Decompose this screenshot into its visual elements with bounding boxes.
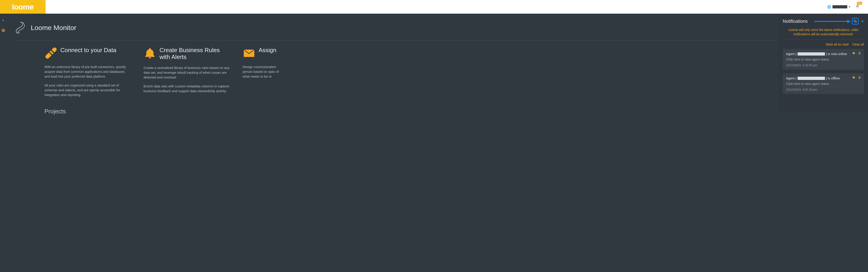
topbar: loome 🌐 55 — [0, 0, 868, 14]
notification-subtext: Click here to view agent status — [786, 82, 861, 86]
notification-settings-button[interactable] — [852, 18, 859, 25]
notifications-title: Notifications — [783, 19, 808, 24]
rail-add-button[interactable] — [2, 29, 5, 32]
notification-item[interactable]: Agent ( ) is offline Click here to view … — [783, 73, 864, 94]
unread-dot-icon — [853, 76, 855, 78]
agent-name-redacted — [798, 53, 825, 56]
notification-item[interactable]: Agent ( ) is now online Click here to vi… — [783, 49, 864, 70]
notification-time: 22/12/2023, 4:15:50 pm — [786, 64, 861, 67]
card-title: Create Business Rules with Alerts — [159, 47, 230, 61]
monitor-logo-icon — [15, 22, 25, 34]
close-notifications-button[interactable]: ✕ — [861, 19, 864, 24]
card-title: Assign — [258, 47, 276, 54]
projects-heading: Projects — [15, 108, 859, 115]
card-connect-data: Connect to your Data With an extensive l… — [44, 47, 131, 102]
card-body: Design communication person based on spe… — [243, 65, 279, 79]
card-title: Connect to your Data — [60, 47, 116, 54]
card-body: Create a centralized library of business… — [144, 66, 230, 94]
notifications-header: Notifications ✕ — [783, 18, 864, 25]
card-text: With an extensive library of pre-built c… — [44, 65, 131, 79]
logo-text: loome — [12, 2, 33, 11]
card-text: Design communication person based on spe… — [243, 65, 279, 79]
tenant-name-redacted — [833, 5, 847, 8]
notifications-panel: Notifications ✕ Loome will only store th… — [779, 14, 868, 112]
notification-retention-msg: Loome will only store the latest notific… — [784, 28, 863, 36]
card-assign: Assign Design communication person based… — [243, 47, 279, 102]
card-business-rules: Create Business Rules with Alerts Create… — [144, 47, 230, 102]
notifications-bell[interactable]: 55 — [855, 4, 860, 10]
agent-name-redacted — [798, 77, 825, 80]
feature-cards: Connect to your Data With an extensive l… — [15, 47, 859, 102]
notification-title: Agent ( ) is offline — [786, 76, 861, 80]
bell-large-icon — [144, 47, 156, 60]
card-text: Create a centralized library of business… — [144, 66, 230, 80]
envelope-icon — [243, 47, 255, 60]
notification-suffix: ) is offline — [826, 76, 840, 80]
trash-icon — [858, 76, 861, 79]
card-body: With an extensive library of pre-built c… — [44, 65, 131, 97]
rail-expand-icon[interactable]: » — [2, 18, 4, 22]
trash-icon — [858, 52, 861, 55]
delete-notification-button[interactable] — [858, 76, 861, 79]
notification-actions: Mark all as read Clear all — [783, 42, 864, 46]
notification-title: Agent ( ) is now online — [786, 52, 861, 56]
notification-suffix: ) is now online — [826, 52, 847, 56]
notification-count-badge: 55 — [857, 2, 862, 5]
delete-notification-button[interactable] — [858, 52, 861, 55]
notification-prefix: Agent ( — [786, 76, 797, 80]
notification-time: 22/12/2023, 3:01:28 pm — [786, 88, 861, 91]
logo: loome — [0, 0, 45, 14]
card-text: All your rules are organized using a sta… — [44, 83, 131, 97]
gear-icon — [854, 19, 857, 23]
main-content: Loome Monitor Connect to your Data With … — [10, 14, 868, 115]
left-rail: » — [0, 14, 6, 32]
plug-icon — [44, 47, 57, 60]
notification-subtext: Click here to view agent status — [786, 58, 861, 61]
page-header: Loome Monitor — [15, 22, 859, 40]
notification-prefix: Agent ( — [786, 52, 797, 56]
chevron-down-icon — [849, 6, 850, 7]
page-title: Loome Monitor — [31, 24, 76, 32]
unread-dot-icon — [853, 52, 855, 54]
globe-icon: 🌐 — [827, 5, 831, 9]
topbar-right: 🌐 55 — [827, 4, 868, 10]
clear-all-link[interactable]: Clear all — [852, 42, 864, 46]
tenant-dropdown[interactable]: 🌐 — [827, 5, 850, 9]
card-text: Enrich data sets with custom metadata co… — [144, 84, 230, 94]
mark-all-read-link[interactable]: Mark all as read — [826, 42, 849, 46]
